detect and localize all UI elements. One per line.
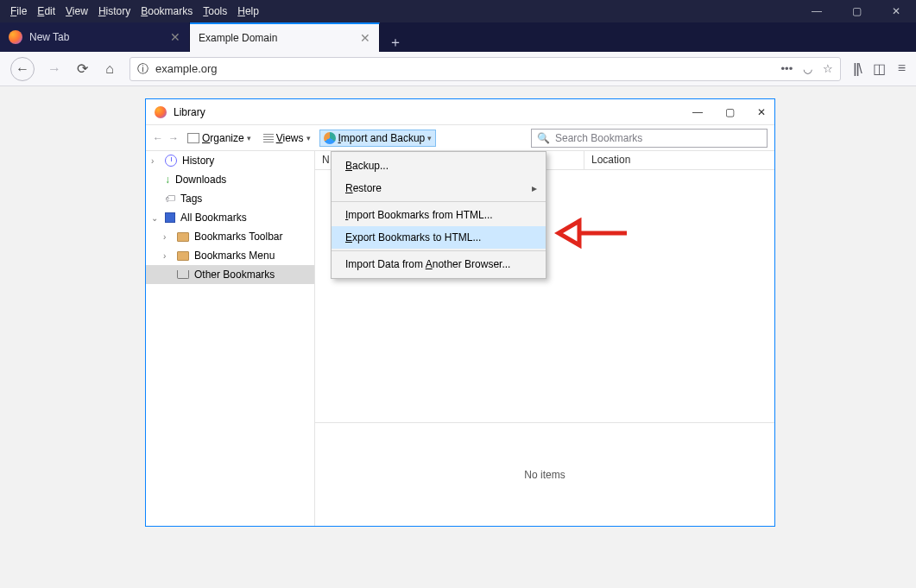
library-window: Library — ▢ ✕ ← → Organize ▾ Views ▾ bbox=[145, 98, 775, 527]
close-tab-icon[interactable]: ✕ bbox=[360, 31, 370, 45]
window-controls: — ▢ ✕ bbox=[797, 0, 916, 22]
menu-history[interactable]: History bbox=[93, 2, 136, 21]
clock-icon bbox=[165, 155, 177, 167]
page-actions-icon[interactable]: ••• bbox=[781, 62, 793, 75]
window-maximize-button[interactable]: ▢ bbox=[837, 0, 876, 22]
library-title: Library bbox=[174, 106, 205, 118]
views-menu[interactable]: Views ▾ bbox=[260, 130, 314, 146]
library-minimize-button[interactable]: — bbox=[692, 106, 703, 118]
app-menubar: File Edit View History Bookmarks Tools H… bbox=[0, 0, 916, 22]
library-details-pane: No items bbox=[315, 422, 774, 526]
import-backup-menu[interactable]: Import and Backup ▾ bbox=[319, 130, 437, 147]
menu-separator bbox=[332, 201, 546, 202]
sidebar-item-bookmarks-toolbar[interactable]: › Bookmarks Toolbar bbox=[146, 227, 314, 246]
home-button[interactable]: ⌂ bbox=[102, 61, 117, 77]
folder-icon bbox=[177, 232, 189, 242]
content-area: Library — ▢ ✕ ← → Organize ▾ Views ▾ bbox=[0, 86, 916, 588]
menu-restore[interactable]: Restore ▸ bbox=[332, 177, 546, 199]
tray-icon bbox=[177, 270, 189, 279]
search-icon: 🔍 bbox=[537, 132, 550, 144]
search-placeholder: Search Bookmarks bbox=[555, 132, 642, 144]
menu-help[interactable]: Help bbox=[232, 2, 264, 21]
window-close-button[interactable]: ✕ bbox=[876, 0, 916, 22]
folder-icon bbox=[177, 251, 189, 261]
sidebar-item-tags[interactable]: 🏷 Tags bbox=[146, 189, 314, 208]
menu-tools[interactable]: Tools bbox=[198, 2, 232, 21]
menu-import-bookmarks-html[interactable]: Import Bookmarks from HTML... bbox=[332, 204, 546, 226]
tab-bar: New Tab ✕ Example Domain ✕ ＋ bbox=[0, 22, 916, 52]
library-titlebar[interactable]: Library — ▢ ✕ bbox=[146, 99, 774, 125]
bookmark-star-icon[interactable]: ☆ bbox=[823, 62, 833, 75]
back-button[interactable]: ← bbox=[10, 57, 35, 81]
menu-export-bookmarks-html[interactable]: Export Bookmarks to HTML... bbox=[332, 226, 546, 249]
menu-item-label: Import Data from Another Browser... bbox=[345, 258, 510, 270]
menu-backup[interactable]: Backup... bbox=[332, 155, 546, 177]
hamburger-menu-icon[interactable]: ≡ bbox=[898, 60, 906, 77]
views-icon bbox=[263, 134, 274, 142]
library-toolbar: ← → Organize ▾ Views ▾ Import and Backup… bbox=[146, 125, 774, 151]
no-items-label: No items bbox=[524, 469, 565, 481]
firefox-icon bbox=[155, 106, 167, 118]
library-maximize-button[interactable]: ▢ bbox=[725, 106, 735, 118]
url-text: example.org bbox=[155, 62, 218, 75]
sidebar-item-downloads[interactable]: ↓ Downloads bbox=[146, 170, 314, 189]
library-sidebar: › History ↓ Downloads 🏷 Tags ⌄ All Bookm… bbox=[146, 151, 315, 526]
menu-separator bbox=[332, 250, 546, 251]
organize-icon bbox=[187, 133, 199, 143]
sidebar-item-bookmarks-menu[interactable]: › Bookmarks Menu bbox=[146, 246, 314, 265]
library-search-input[interactable]: 🔍 Search Bookmarks bbox=[531, 129, 768, 148]
sidebars-icon[interactable]: ◫ bbox=[873, 60, 886, 77]
menu-bookmarks[interactable]: Bookmarks bbox=[136, 2, 198, 21]
tab-label: Example Domain bbox=[199, 32, 277, 44]
window-minimize-button[interactable]: — bbox=[797, 0, 837, 22]
organize-menu[interactable]: Organize ▾ bbox=[184, 130, 255, 146]
tab-label: New Tab bbox=[29, 31, 69, 43]
menu-import-another-browser[interactable]: Import Data from Another Browser... bbox=[332, 253, 546, 275]
forward-button[interactable]: → bbox=[47, 61, 62, 77]
library-back-button[interactable]: ← bbox=[153, 132, 163, 144]
navigation-toolbar: ← → ⟳ ⌂ ⓘ example.org ••• ◡ ☆ ǁ\ ◫ ≡ bbox=[0, 52, 916, 86]
pocket-icon[interactable]: ◡ bbox=[803, 62, 812, 75]
bookmarks-icon bbox=[165, 212, 175, 223]
library-icon[interactable]: ǁ\ bbox=[853, 60, 860, 77]
library-close-button[interactable]: ✕ bbox=[757, 106, 766, 118]
sidebar-item-history[interactable]: › History bbox=[146, 151, 314, 170]
firefox-icon bbox=[9, 30, 22, 44]
reload-button[interactable]: ⟳ bbox=[74, 60, 90, 77]
site-info-icon[interactable]: ⓘ bbox=[137, 61, 148, 77]
tag-icon: 🏷 bbox=[165, 193, 175, 205]
import-backup-dropdown: Backup... Restore ▸ Import Bookmarks fro… bbox=[331, 151, 546, 279]
menu-edit[interactable]: Edit bbox=[32, 2, 60, 21]
column-location[interactable]: Location bbox=[584, 151, 774, 169]
address-bar[interactable]: ⓘ example.org ••• ◡ ☆ bbox=[130, 57, 841, 81]
menu-file[interactable]: File bbox=[5, 2, 32, 21]
menu-view[interactable]: View bbox=[60, 2, 93, 21]
close-tab-icon[interactable]: ✕ bbox=[170, 30, 180, 44]
import-backup-icon bbox=[324, 132, 336, 144]
download-icon: ↓ bbox=[165, 174, 170, 186]
tab-new-tab[interactable]: New Tab ✕ bbox=[0, 22, 190, 52]
new-tab-button[interactable]: ＋ bbox=[380, 34, 411, 52]
sidebar-item-all-bookmarks[interactable]: ⌄ All Bookmarks bbox=[146, 208, 314, 227]
tab-example-domain[interactable]: Example Domain ✕ bbox=[190, 22, 380, 52]
library-forward-button[interactable]: → bbox=[168, 132, 179, 144]
submenu-arrow-icon: ▸ bbox=[532, 182, 537, 194]
sidebar-item-other-bookmarks[interactable]: Other Bookmarks bbox=[146, 265, 314, 284]
